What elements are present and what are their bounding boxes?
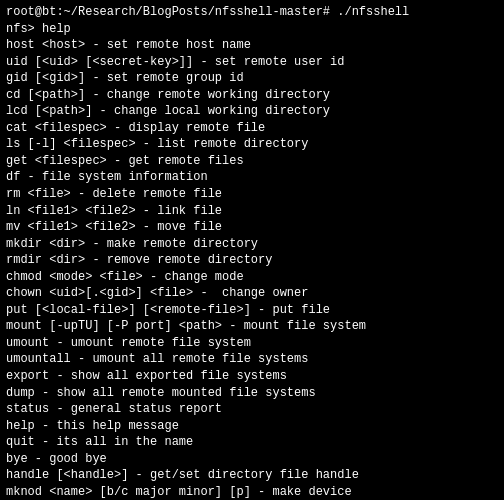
terminal-line: export - show all exported file systems: [6, 368, 498, 385]
terminal-line: quit - its all in the name: [6, 434, 498, 451]
terminal-line: rm <file> - delete remote file: [6, 186, 498, 203]
terminal-line: get <filespec> - get remote files: [6, 153, 498, 170]
terminal-line: cd [<path>] - change remote working dire…: [6, 87, 498, 104]
terminal-line: rmdir <dir> - remove remote directory: [6, 252, 498, 269]
terminal-line: umountall - umount all remote file syste…: [6, 351, 498, 368]
terminal-line: mv <file1> <file2> - move file: [6, 219, 498, 236]
terminal-line: mkdir <dir> - make remote directory: [6, 236, 498, 253]
terminal-line: dump - show all remote mounted file syst…: [6, 385, 498, 402]
terminal-line: status - general status report: [6, 401, 498, 418]
terminal-line: umount - umount remote file system: [6, 335, 498, 352]
terminal-line: ln <file1> <file2> - link file: [6, 203, 498, 220]
terminal-line: df - file system information: [6, 169, 498, 186]
terminal-line: help - this help message: [6, 418, 498, 435]
terminal-line: mknod <name> [b/c major minor] [p] - mak…: [6, 484, 498, 500]
terminal-line: lcd [<path>] - change local working dire…: [6, 103, 498, 120]
terminal-line: cat <filespec> - display remote file: [6, 120, 498, 137]
terminal-line: ls [-l] <filespec> - list remote directo…: [6, 136, 498, 153]
terminal-line: uid [<uid> [<secret-key>]] - set remote …: [6, 54, 498, 71]
terminal-line: gid [<gid>] - set remote group id: [6, 70, 498, 87]
terminal-line: nfs> help: [6, 21, 498, 38]
terminal-line: host <host> - set remote host name: [6, 37, 498, 54]
terminal-line: handle [<handle>] - get/set directory fi…: [6, 467, 498, 484]
terminal-line: chmod <mode> <file> - change mode: [6, 269, 498, 286]
terminal-line: mount [-upTU] [-P port] <path> - mount f…: [6, 318, 498, 335]
terminal-line: root@bt:~/Research/BlogPosts/nfsshell-ma…: [6, 4, 498, 21]
terminal-line: chown <uid>[.<gid>] <file> - change owne…: [6, 285, 498, 302]
terminal-line: put [<local-file>] [<remote-file>] - put…: [6, 302, 498, 319]
terminal-window: root@bt:~/Research/BlogPosts/nfsshell-ma…: [0, 0, 504, 500]
terminal-line: bye - good bye: [6, 451, 498, 468]
